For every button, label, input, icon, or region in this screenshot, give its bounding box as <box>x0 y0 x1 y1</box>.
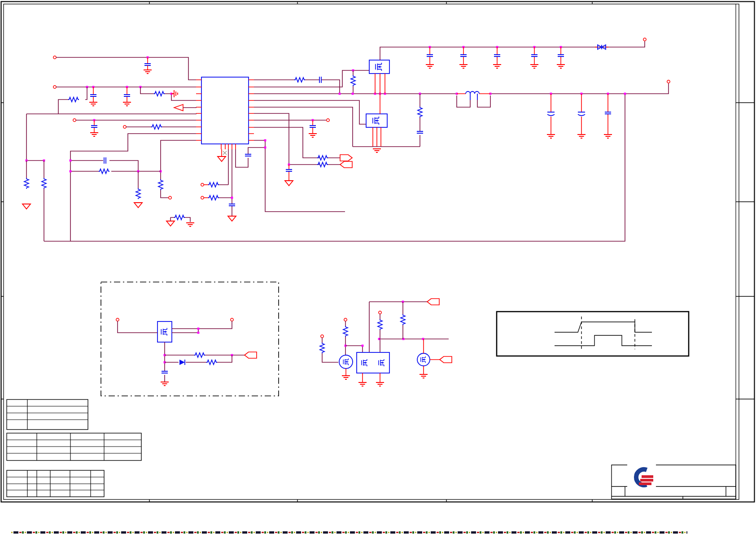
ground-icon <box>90 133 98 136</box>
output-port-arrow <box>340 155 352 161</box>
zone-tick-marks <box>1 1 755 502</box>
resistor <box>320 343 324 353</box>
resistor <box>194 353 205 357</box>
ground-triangle-icon <box>134 203 142 208</box>
capacitor <box>124 95 130 96</box>
tvs-diode-icon <box>595 45 608 49</box>
ground-icon <box>161 382 169 386</box>
main-output-rail <box>254 83 669 94</box>
ground-icon <box>547 135 555 138</box>
capacitor <box>494 55 500 56</box>
mosfet-block-3 <box>157 321 172 342</box>
resistor <box>294 78 305 82</box>
terminal-circle <box>201 196 204 199</box>
terminal-circle <box>201 183 204 186</box>
resistor <box>351 75 355 86</box>
resistor <box>208 182 219 187</box>
capacitor <box>310 126 316 127</box>
capacitor <box>531 55 538 56</box>
left-network <box>22 56 625 241</box>
ground-icon <box>358 382 367 386</box>
waveform-upper <box>555 322 652 332</box>
mosfet-block-5 <box>357 352 389 373</box>
resistor <box>343 326 348 337</box>
ground-triangle-icon <box>218 156 226 161</box>
dashed-boundary <box>101 282 279 396</box>
terminal-circle <box>73 119 76 122</box>
ground-icon <box>459 65 468 68</box>
table-1 <box>7 399 88 430</box>
resistor <box>158 179 163 190</box>
capacitor-series <box>319 77 321 83</box>
resistor <box>99 169 109 174</box>
terminal-circle <box>344 318 347 321</box>
resistor <box>401 314 405 325</box>
ground-icon <box>604 135 612 138</box>
ground-triangle-icon <box>285 181 293 186</box>
capacitor <box>144 64 151 65</box>
high-side-rail <box>380 41 645 60</box>
ground-icon <box>309 134 317 137</box>
ground-icon <box>342 376 350 379</box>
capacitor <box>91 126 97 127</box>
capacitor <box>229 204 235 206</box>
capacitor <box>417 131 423 133</box>
terminal-circle <box>123 126 126 128</box>
mosfet-circle-2 <box>417 353 430 366</box>
ground-icon <box>186 223 194 226</box>
ground-icon <box>376 382 384 386</box>
capacitor <box>605 112 611 114</box>
gate-port-arrow <box>440 356 452 363</box>
bottom-return-rail <box>44 94 625 241</box>
driver-cluster <box>320 299 452 386</box>
mosfet-circle-1 <box>339 355 353 369</box>
ground-icon <box>577 135 586 138</box>
capacitor <box>427 55 433 56</box>
capacitor <box>245 154 251 156</box>
polarized-capacitor <box>547 112 555 116</box>
diode-icon <box>179 360 185 365</box>
ground-icon <box>530 65 538 68</box>
resistor <box>208 195 219 200</box>
revision-tables <box>7 399 141 497</box>
capacitor <box>286 169 292 171</box>
control-port-arrow <box>245 352 257 358</box>
chassis-ground-icon <box>171 90 178 97</box>
ground-triangle-icon <box>228 216 236 221</box>
ground-icon <box>373 149 381 152</box>
terminal-circle <box>327 119 329 122</box>
resistor <box>136 188 140 199</box>
below-ic-network <box>201 139 345 221</box>
output-filter <box>457 91 612 138</box>
capacitor <box>558 55 564 56</box>
ground-icon <box>420 374 428 378</box>
resistor <box>378 319 382 330</box>
mosfet-block-1 <box>369 60 389 74</box>
resistor <box>154 91 165 96</box>
enable-port-arrow <box>427 299 439 305</box>
terminal-circle <box>116 318 119 321</box>
ground-icon <box>89 102 97 106</box>
capacitor <box>162 371 168 373</box>
resistor <box>206 360 217 365</box>
common-mode-choke-icon <box>457 91 490 107</box>
power-stage <box>353 38 646 152</box>
title-block <box>612 464 736 499</box>
film-edge-noise <box>11 531 687 534</box>
terminal-circle <box>379 311 381 314</box>
resistor <box>174 215 185 220</box>
terminal-circle <box>53 86 56 88</box>
right-network <box>254 69 670 186</box>
ground-triangle-icon <box>22 204 31 209</box>
schematic-canvas[interactable] <box>0 0 756 534</box>
ground-icon <box>144 70 152 74</box>
ground-icon <box>123 102 131 106</box>
terminal-circle <box>321 335 323 338</box>
resistor <box>68 97 79 102</box>
timing-diagram <box>497 312 689 356</box>
input-port-arrow <box>340 161 352 168</box>
ground-icon <box>493 65 501 68</box>
decoupling-caps <box>426 46 565 68</box>
ground-icon <box>557 65 565 68</box>
ground-icon <box>426 65 434 68</box>
